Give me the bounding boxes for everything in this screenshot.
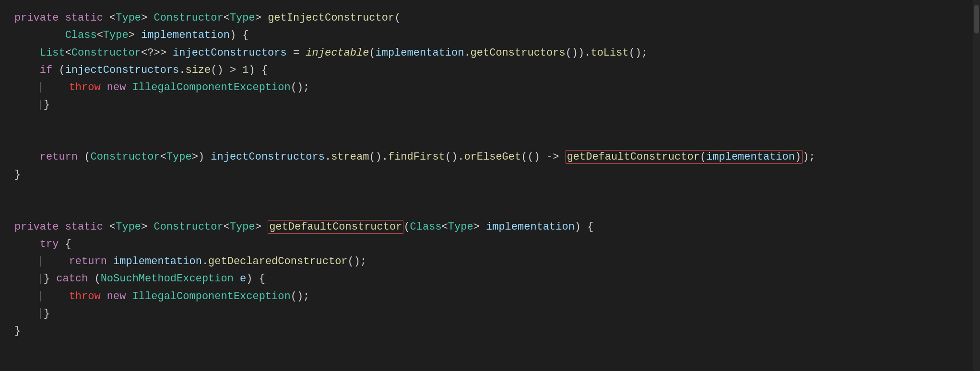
method-stream: stream (331, 151, 369, 163)
type-illegalcomp1: IllegalComponentException (132, 81, 291, 93)
type-list: List (40, 47, 65, 59)
code-line-12 (14, 201, 980, 218)
code-line-7 (14, 114, 980, 131)
method-findfirst: findFirst (388, 151, 445, 163)
keyword-throw1: throw (69, 81, 101, 93)
param-impl3: implementation (113, 255, 202, 267)
keyword-try: try (40, 238, 59, 250)
code-line-9: return (Constructor<Type>) injectConstru… (14, 149, 980, 166)
var-e: e (240, 273, 246, 285)
type-type6: Type (230, 221, 255, 233)
code-line-16: } catch (NoSuchMethodException e) { (14, 270, 980, 288)
scrollbar-thumb[interactable] (974, 5, 979, 34)
code-line-14: try { (14, 236, 980, 253)
method-injectable: injectable (306, 47, 369, 59)
code-line-10: } (14, 166, 980, 184)
method-size: size (185, 64, 211, 76)
scrollbar[interactable] (973, 0, 980, 371)
number-1: 1 (242, 64, 248, 76)
paren: ( (394, 12, 401, 24)
code-line-17: throw new IllegalComponentException(); (14, 288, 980, 305)
keyword-new2: new (107, 290, 126, 302)
method-orelseget: orElseGet (464, 151, 521, 163)
code-line-5: throw new IllegalComponentException(); (14, 79, 980, 96)
param-implementation: implementation (141, 29, 230, 41)
var-injectconstructors: injectConstructors (173, 47, 287, 59)
code-line-18: } (14, 305, 980, 323)
method-getdefaultconstructor-def: getDefaultConstructor (269, 221, 402, 233)
type-nosuchmethodexception: NoSuchMethodException (101, 273, 234, 285)
keyword-static2: static (65, 221, 103, 233)
code-line-4: if (injectConstructors.size() > 1) { (14, 62, 980, 79)
code-line-8 (14, 131, 980, 149)
type-type: Type (116, 12, 141, 24)
keyword-return2: return (69, 255, 107, 267)
highlight-getdefaultconstructor-def: getDefaultConstructor (268, 220, 403, 234)
code-line-3: List<Constructor<?>> injectConstructors … (14, 45, 980, 62)
type-type7: Type (448, 221, 473, 233)
method-getdefaultconstructor-call: getDefaultConstructor (567, 151, 700, 163)
method-getinjectconstructor: getInjectConstructor (268, 12, 394, 24)
keyword-static: static (65, 12, 103, 24)
keyword-new1: new (107, 81, 126, 93)
highlight-getdefaultconstructor-call: getDefaultConstructor(implementation) (566, 150, 803, 164)
keyword-return1: return (40, 151, 78, 163)
var-injectconstructors3: injectConstructors (211, 151, 325, 163)
code-line-15: return implementation.getDeclaredConstru… (14, 253, 980, 270)
code-line-2: Class<Type> implementation) { (14, 27, 980, 44)
type-type5: Type (116, 221, 141, 233)
code-line-13: private static <Type> Constructor<Type> … (14, 219, 980, 236)
keyword-private: private (14, 12, 59, 24)
type-constructor: Constructor (153, 12, 223, 24)
param-impl2: implementation (706, 151, 795, 163)
type-class2: Class (410, 221, 442, 233)
type-class: Class (65, 29, 97, 41)
type-type2: Type (230, 12, 255, 24)
param-implementation2: implementation (486, 221, 575, 233)
type-constructor2: Constructor (71, 47, 141, 59)
keyword-catch: catch (56, 273, 88, 285)
code-line-1: private static <Type> Constructor<Type> … (14, 10, 980, 27)
method-getconstructors: getConstructors (471, 47, 566, 59)
type-type4: Type (166, 151, 192, 163)
keyword-private2: private (14, 221, 59, 233)
type-type3: Type (103, 29, 129, 41)
type-constructor3: Constructor (90, 151, 160, 163)
code-line-6: } (14, 96, 980, 114)
method-getdeclaredconstructor: getDeclaredConstructor (208, 255, 347, 267)
keyword-if: if (40, 64, 52, 76)
var-injectconstructors2: injectConstructors (65, 64, 179, 76)
method-tolist: toList (590, 47, 628, 59)
param-impl1: implementation (376, 47, 464, 59)
code-line-11 (14, 184, 980, 201)
type-constructor4: Constructor (153, 221, 223, 233)
code-line-19: } (14, 323, 980, 340)
type-illegalcomp2: IllegalComponentException (132, 290, 291, 302)
keyword-throw2: throw (69, 290, 101, 302)
code-editor: private static <Type> Constructor<Type> … (0, 0, 980, 371)
